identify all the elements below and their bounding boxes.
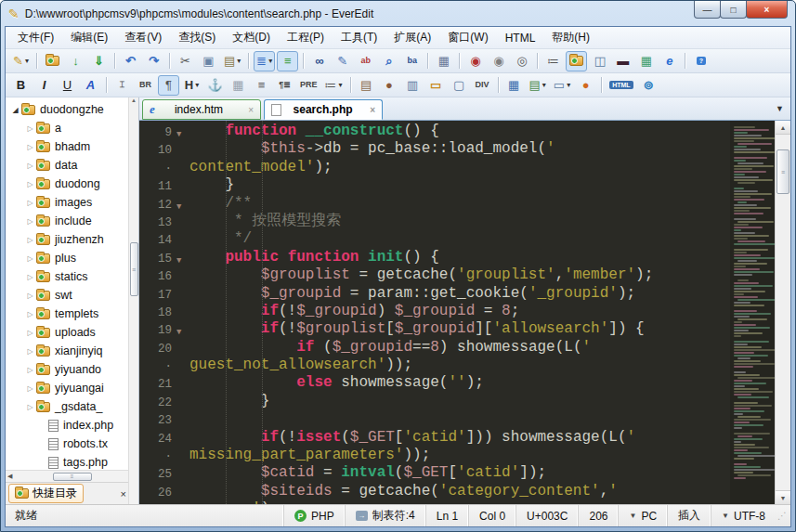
pre-tag-button[interactable]: PRE bbox=[297, 75, 320, 96]
tree-folder-jiuzhenzh[interactable]: ▷jiuzhenzh bbox=[6, 230, 138, 249]
dropdown-arrow-icon[interactable]: ▾ bbox=[237, 57, 241, 65]
expander-icon[interactable]: ▷ bbox=[24, 199, 36, 207]
snippet-grid-button[interactable]: ▦ bbox=[635, 51, 657, 71]
file-tree[interactable]: ◢duodongzhe▷a▷bhadm▷data▷duodong▷images▷… bbox=[6, 97, 138, 470]
image-map-button[interactable]: ▤ bbox=[356, 75, 377, 96]
media-object-button[interactable]: ● bbox=[379, 75, 400, 96]
tree-vertical-scrollbar[interactable]: ▲ ≡ bbox=[128, 97, 138, 504]
code-line[interactable]: 9▼ function __construct() { bbox=[139, 123, 730, 140]
find-in-files-button[interactable]: ⌕ bbox=[378, 51, 399, 71]
tab-index-htm[interactable]: eindex.htm× bbox=[142, 99, 261, 120]
scroll-up-icon[interactable]: ▲ bbox=[131, 97, 137, 103]
html-tidy-button[interactable]: HTML bbox=[607, 75, 635, 96]
tree-folder-plus[interactable]: ▷plus bbox=[6, 249, 138, 267]
code-line[interactable]: 23 bbox=[139, 410, 730, 428]
language-mode[interactable]: PPHP bbox=[283, 505, 345, 526]
heading-button[interactable]: H▾ bbox=[181, 75, 202, 96]
expander-icon[interactable]: ▷ bbox=[24, 329, 36, 337]
browser-preview-button[interactable]: e bbox=[659, 51, 680, 71]
new-file-button[interactable]: ✎▾ bbox=[10, 51, 32, 71]
function-list-button[interactable]: ≔ bbox=[542, 51, 564, 71]
tree-folder-a[interactable]: ▷a bbox=[6, 119, 138, 137]
code-line[interactable]: 13 * 按照模型搜索 bbox=[139, 213, 730, 230]
console-button[interactable]: ▬ bbox=[612, 51, 633, 71]
tree-folder-include[interactable]: ▷include bbox=[6, 212, 138, 230]
insert-image-button[interactable]: ▤▾ bbox=[527, 75, 549, 96]
code-line[interactable]: 12▼ /** bbox=[139, 195, 730, 213]
split-view-button[interactable]: ◫ bbox=[589, 51, 610, 71]
play-macro-button[interactable]: ◉ bbox=[488, 51, 509, 71]
code-line[interactable]: 26 $siteids = getcache('category_content… bbox=[139, 483, 730, 500]
save-all-button[interactable]: ⇓ bbox=[88, 51, 110, 71]
redo-button[interactable]: ↷ bbox=[143, 51, 164, 71]
save-file-button[interactable]: ↓ bbox=[65, 51, 86, 71]
expander-icon[interactable]: ▷ bbox=[24, 162, 36, 170]
highlight-word-button[interactable]: ba bbox=[401, 51, 423, 71]
div-tag-button[interactable]: DIV bbox=[472, 75, 493, 96]
fold-arrow-icon[interactable]: ▼ bbox=[176, 320, 189, 338]
tab-close-icon[interactable]: × bbox=[370, 105, 375, 115]
tree-file-robots-tx[interactable]: robots.tx bbox=[6, 435, 138, 453]
expander-icon[interactable]: ▷ bbox=[24, 292, 36, 300]
code-line[interactable]: 25 $catid = intval($_GET['catid']); bbox=[139, 464, 730, 482]
dropdown-arrow-icon[interactable]: ▾ bbox=[25, 57, 29, 65]
undo-button[interactable]: ↶ bbox=[120, 51, 141, 71]
paste-button[interactable]: ▤▾ bbox=[221, 51, 243, 71]
code-line[interactable]: 18 if(!$_groupid) $_groupid = 8; bbox=[139, 303, 730, 320]
find-replace-button[interactable]: ✎ bbox=[332, 51, 353, 71]
expander-icon[interactable]: ▷ bbox=[24, 217, 36, 226]
fold-arrow-icon[interactable]: ▼ bbox=[176, 195, 189, 213]
maximize-button[interactable]: □ bbox=[720, 1, 747, 19]
tree-folder-xianjinyiq[interactable]: ▷xianjinyiq bbox=[6, 342, 138, 360]
font-color-button[interactable]: A bbox=[80, 75, 101, 96]
fold-arrow-icon[interactable]: ▼ bbox=[176, 123, 189, 140]
tab-search-php[interactable]: search.php× bbox=[264, 99, 383, 120]
dropdown-arrow-icon[interactable]: ▾ bbox=[567, 81, 570, 89]
help-button[interactable]: ? bbox=[690, 51, 711, 71]
expander-icon[interactable]: ▷ bbox=[24, 384, 36, 393]
code-line[interactable]: ·content_model'); bbox=[139, 159, 730, 176]
horizontal-rule-button[interactable]: ⌶ bbox=[111, 75, 133, 96]
code-line[interactable]: 22 } bbox=[139, 393, 730, 410]
menu-item-v[interactable]: 查看(V) bbox=[116, 27, 170, 48]
code-minimap[interactable] bbox=[730, 121, 775, 504]
expander-icon[interactable]: ▷ bbox=[24, 254, 36, 263]
fold-arrow-icon[interactable]: ▼ bbox=[176, 249, 189, 266]
line-ending[interactable]: ▼PC bbox=[618, 505, 667, 526]
anchor-button[interactable]: ⚓ bbox=[204, 75, 226, 96]
expander-icon[interactable]: ▷ bbox=[24, 124, 36, 133]
dropdown-arrow-icon[interactable]: ▼ bbox=[629, 512, 636, 520]
dropdown-arrow-icon[interactable]: ▾ bbox=[339, 81, 343, 89]
tree-folder-yiyuando[interactable]: ▷yiyuando bbox=[6, 360, 138, 379]
menu-item-f[interactable]: 文件(F) bbox=[9, 27, 62, 48]
menu-item-w[interactable]: 窗口(W) bbox=[439, 27, 496, 48]
code-line[interactable]: 10 $this->db = pc_base::load_model(' bbox=[139, 140, 730, 158]
code-line[interactable]: ·commons'); bbox=[139, 500, 730, 504]
code-line[interactable]: 19▼ if(!$grouplist[$_groupid]['allowsear… bbox=[139, 320, 730, 338]
encoding[interactable]: ▼UTF-8 bbox=[711, 505, 776, 526]
menu-item-d[interactable]: 文档(D) bbox=[224, 27, 279, 48]
tab-close-icon[interactable]: × bbox=[248, 105, 254, 115]
tree-scroll-thumb[interactable]: ≡ bbox=[130, 242, 138, 296]
menu-item-html[interactable]: HTML bbox=[497, 29, 544, 47]
editor-vertical-scrollbar[interactable]: ▲ ≡ ▼ bbox=[775, 121, 790, 504]
align-text-button[interactable]: ≡ bbox=[251, 75, 272, 96]
code-editor[interactable]: 9▼ function __construct() {10 $this->db … bbox=[139, 121, 730, 504]
tree-folder-swt[interactable]: ▷swt bbox=[6, 286, 138, 305]
dropdown-arrow-icon[interactable]: ▾ bbox=[195, 81, 199, 89]
show-whitespace-button[interactable]: ≡ bbox=[277, 51, 298, 71]
code-line[interactable]: 11 } bbox=[139, 176, 730, 194]
code-line[interactable]: 14 */ bbox=[139, 230, 730, 248]
line-break-button[interactable]: BR bbox=[135, 75, 156, 96]
tree-file-index-php[interactable]: index.php bbox=[6, 416, 138, 435]
scrollbar-track[interactable]: ≡ bbox=[776, 135, 790, 490]
cut-button[interactable]: ✂ bbox=[175, 51, 196, 71]
div-select-button[interactable]: ▢ bbox=[449, 75, 470, 96]
expander-icon[interactable]: ▷ bbox=[24, 366, 36, 374]
expander-icon[interactable]: ▷ bbox=[24, 403, 36, 411]
insert-input-button[interactable]: ▭▾ bbox=[551, 75, 573, 96]
code-line[interactable]: 17 $_groupid = param::get_cookie('_group… bbox=[139, 285, 730, 303]
code-line[interactable]: 21 else showmessage(''); bbox=[139, 374, 730, 392]
dropdown-arrow-icon[interactable]: ▼ bbox=[722, 512, 729, 520]
quick-directory-tab[interactable]: 快捷目录 bbox=[8, 484, 84, 503]
